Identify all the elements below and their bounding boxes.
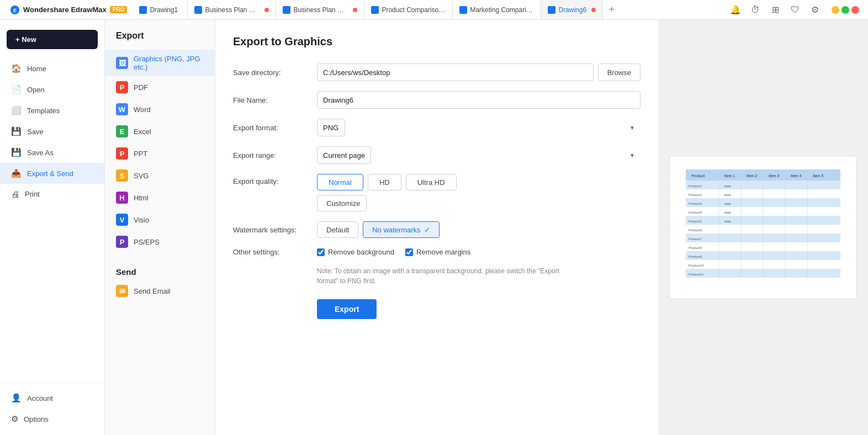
export-label-svg: SVG	[134, 172, 149, 180]
export-label-word: Word	[134, 105, 151, 114]
sidebar-footer-options[interactable]: ⚙Options	[0, 409, 104, 429]
svg-text:data: data	[724, 193, 731, 197]
other-settings-control: Remove background Remove margins	[317, 248, 641, 256]
sidebar-label-print: Print	[25, 190, 40, 198]
tab-label-drawing1: Drawing1	[150, 6, 181, 14]
browse-button[interactable]: Browse	[598, 63, 641, 81]
minimize-button[interactable]	[832, 6, 839, 14]
tabs-bar: Drawing1Business Plan Co...Business Plan…	[133, 0, 728, 19]
svg-text:data: data	[724, 202, 731, 205]
sidebar-item-print[interactable]: 🖨Print	[0, 184, 104, 204]
watermark-label: Watermark settings:	[233, 226, 310, 234]
remove-background-checkbox[interactable]	[317, 248, 325, 256]
export-item-excel[interactable]: EExcel	[105, 120, 215, 142]
export-icon-graphics: 🖼	[116, 57, 128, 69]
sidebar-label-save: Save	[27, 128, 44, 136]
remove-margins-label[interactable]: Remove margins	[405, 248, 470, 256]
sidebar-icon-home: 🏠	[11, 63, 22, 73]
svg-text:Product3: Product3	[689, 202, 702, 205]
form-title: Export to Graphics	[233, 35, 641, 48]
quality-btn-ultrahd[interactable]: Ultra HD	[406, 174, 457, 190]
save-directory-label: Save directory:	[233, 68, 310, 77]
export-panel-title: Export	[105, 31, 215, 50]
sidebar-icon-saveas: 💾	[11, 147, 22, 157]
svg-text:Product10: Product10	[689, 264, 704, 267]
save-directory-input[interactable]	[317, 63, 594, 81]
export-label-pseps: PS/EPS	[134, 238, 160, 246]
svg-text:E: E	[13, 8, 17, 13]
sidebar-icon-export: 📤	[11, 168, 22, 178]
export-panel: Export 🖼Graphics (PNG, JPG etc.)PPDFWWor…	[105, 20, 215, 435]
export-item-word[interactable]: WWord	[105, 98, 215, 120]
titlebar: E Wondershare EdrawMax PRO Drawing1Busin…	[0, 0, 868, 20]
export-item-pdf[interactable]: PPDF	[105, 76, 215, 98]
send-label: Send	[105, 262, 215, 280]
footer-label-options: Options	[24, 415, 49, 423]
export-item-ppt[interactable]: PPPT	[105, 142, 215, 165]
export-label-excel: Excel	[134, 128, 151, 136]
sidebar-icon-print: 🖨	[11, 189, 19, 199]
tab-business1[interactable]: Business Plan Co...	[188, 0, 276, 19]
maximize-button[interactable]	[841, 6, 849, 14]
tab-label-product: Product Comparison...	[382, 6, 446, 14]
timer-icon[interactable]: ⏱	[748, 2, 763, 18]
export-range-select[interactable]: Current page All pages	[317, 146, 371, 164]
remove-margins-checkbox[interactable]	[405, 248, 413, 256]
shield-icon[interactable]: 🛡	[787, 2, 803, 18]
sidebar-item-templates[interactable]: ⬜Templates	[0, 100, 104, 121]
export-format-row: Export format: PNG JPG BMP	[233, 119, 641, 136]
export-icon-ppt: P	[116, 147, 128, 160]
svg-text:Item 1: Item 1	[724, 174, 735, 178]
export-item-graphics[interactable]: 🖼Graphics (PNG, JPG etc.)	[105, 50, 215, 76]
tab-close-drawing6[interactable]	[591, 8, 596, 12]
sidebar-item-home[interactable]: 🏠Home	[0, 58, 104, 79]
svg-text:Product2: Product2	[689, 193, 702, 197]
sidebar-label-home: Home	[27, 65, 46, 73]
pro-badge: PRO	[110, 6, 128, 13]
sidebar-footer: 👤Account⚙Options	[0, 383, 104, 429]
tab-drawing1[interactable]: Drawing1	[133, 0, 188, 19]
notification-icon[interactable]: 🔔	[728, 2, 743, 18]
tab-marketing[interactable]: Marketing Comparis...	[453, 0, 541, 19]
send-item-email[interactable]: ✉Send Email	[105, 280, 215, 302]
export-format-select[interactable]: PNG JPG BMP	[317, 119, 345, 136]
export-form: Export to Graphics Save directory: Brows…	[215, 20, 658, 435]
quality-btn-hd[interactable]: HD	[368, 174, 401, 190]
file-name-input[interactable]	[317, 91, 641, 109]
tab-product[interactable]: Product Comparison...	[364, 0, 453, 19]
remove-background-text: Remove background	[328, 248, 394, 256]
export-item-visio[interactable]: VVisio	[105, 209, 215, 231]
remove-background-label[interactable]: Remove background	[317, 248, 394, 256]
watermark-group: DefaultNo watermarks✓	[317, 221, 440, 238]
tab-drawing6[interactable]: Drawing6	[541, 0, 603, 19]
watermark-btn-nowatermark[interactable]: No watermarks✓	[363, 221, 439, 238]
sidebar-item-saveas[interactable]: 💾Save As	[0, 142, 104, 163]
grid-icon[interactable]: ⊞	[768, 2, 783, 18]
export-item-html[interactable]: HHtml	[105, 187, 215, 209]
settings-icon[interactable]: ⚙	[807, 2, 823, 18]
save-directory-control: Browse	[317, 63, 641, 81]
quality-btn-normal[interactable]: Normal	[317, 174, 363, 190]
export-item-pseps[interactable]: PPS/EPS	[105, 231, 215, 253]
export-icon-pseps: P	[116, 236, 128, 248]
tab-icon-marketing	[459, 6, 467, 14]
tab-close-business2[interactable]	[353, 8, 357, 12]
close-button[interactable]	[851, 6, 859, 14]
export-icon-pdf: P	[116, 81, 128, 93]
export-item-svg[interactable]: SSVG	[105, 165, 215, 187]
new-tab-button[interactable]: +	[603, 4, 620, 15]
tab-business2[interactable]: Business Plan Co...	[276, 0, 364, 19]
new-button[interactable]: + New	[7, 30, 98, 49]
export-label-visio: Visio	[134, 216, 149, 224]
note-text: Note: To obtain an image with a transpar…	[317, 266, 571, 286]
export-button[interactable]: Export	[317, 299, 377, 319]
customize-button[interactable]: Customize	[317, 195, 367, 211]
sidebar-footer-account[interactable]: 👤Account	[0, 388, 104, 409]
watermark-btn-default[interactable]: Default	[317, 221, 358, 238]
watermark-control: DefaultNo watermarks✓	[317, 221, 641, 238]
svg-text:Product5: Product5	[689, 220, 702, 223]
tab-close-business1[interactable]	[264, 8, 269, 12]
sidebar-item-save[interactable]: 💾Save	[0, 121, 104, 142]
sidebar-item-export[interactable]: 📤Export & Send	[0, 163, 104, 184]
sidebar-item-open[interactable]: 📄Open	[0, 79, 104, 100]
